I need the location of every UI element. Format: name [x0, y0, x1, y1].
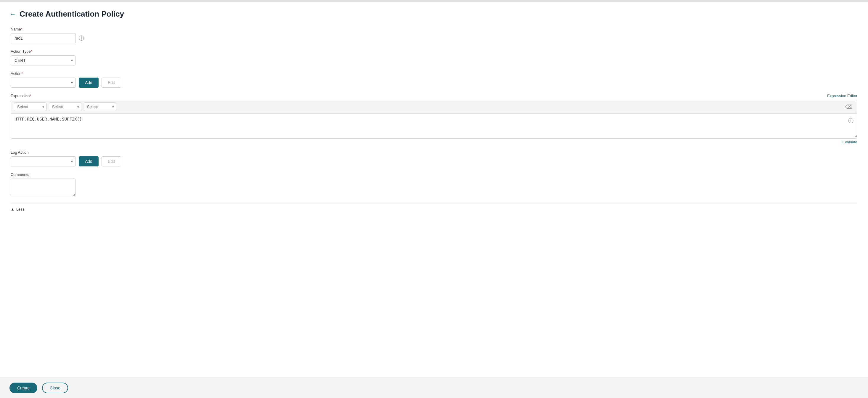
action-select[interactable] [11, 78, 76, 88]
expr-select1[interactable]: Select [14, 102, 46, 111]
page-title-row: ← Create Authentication Policy [9, 9, 859, 19]
comments-textarea[interactable] [11, 179, 76, 196]
expr-select1-wrapper: Select ▾ [14, 102, 46, 111]
log-action-edit-button[interactable]: Edit [101, 156, 121, 166]
form-section: Name* ⓘ Action Type* CERT LDAP RADIUS [9, 27, 859, 213]
comments-label: Comments [11, 172, 857, 177]
expression-clear-button[interactable]: ⌫ [843, 103, 854, 111]
action-row: ▾ Add Edit [11, 78, 857, 88]
expression-textarea[interactable]: HTTP.REQ.USER.NAME.SUFFIX() [11, 114, 857, 137]
name-input-row: ⓘ [11, 33, 857, 43]
comments-group: Comments [11, 172, 857, 197]
log-action-group: Log Action ▾ Add Edit [11, 150, 857, 166]
expr-select3[interactable]: Select [84, 102, 116, 111]
create-button[interactable]: Create [9, 382, 37, 393]
action-type-label: Action Type* [11, 49, 857, 54]
back-button[interactable]: ← [9, 11, 16, 18]
action-type-select[interactable]: CERT LDAP RADIUS LOCAL [11, 55, 76, 65]
log-action-add-button[interactable]: Add [79, 156, 99, 166]
expression-textarea-wrapper: HTTP.REQ.USER.NAME.SUFFIX() ⓘ [11, 114, 857, 138]
expression-selects-row: Select ▾ Select ▾ Select [11, 100, 857, 114]
name-input[interactable] [11, 33, 76, 43]
less-arrow-icon: ▲ [11, 207, 14, 211]
expression-editor-link[interactable]: Expression Editor [827, 94, 857, 98]
action-label: Action* [11, 71, 857, 76]
page-title: Create Authentication Policy [20, 9, 124, 19]
log-action-label: Log Action [11, 150, 857, 155]
name-info-icon[interactable]: ⓘ [79, 35, 84, 42]
name-label: Name* [11, 27, 857, 31]
expr-select3-wrapper: Select ▾ [84, 102, 116, 111]
expr-select2[interactable]: Select [49, 102, 82, 111]
action-edit-button[interactable]: Edit [101, 78, 121, 88]
close-button[interactable]: Close [42, 382, 68, 393]
expression-header: Expression* Expression Editor [11, 94, 857, 98]
evaluate-link[interactable]: Evaluate [11, 140, 857, 144]
log-action-select-wrapper: ▾ [11, 156, 76, 166]
log-action-row: ▾ Add Edit [11, 156, 857, 166]
action-group: Action* ▾ Add Edit [11, 71, 857, 88]
name-group: Name* ⓘ [11, 27, 857, 43]
expression-box: Select ▾ Select ▾ Select [11, 100, 857, 139]
expression-label: Expression* [11, 94, 31, 98]
action-add-button[interactable]: Add [79, 78, 99, 88]
expr-select2-wrapper: Select ▾ [49, 102, 82, 111]
top-bar [0, 0, 868, 2]
log-action-select[interactable] [11, 156, 76, 166]
footer-bar: Create Close [0, 377, 868, 398]
expression-group: Expression* Expression Editor Select ▾ [11, 94, 857, 144]
less-toggle[interactable]: Less [16, 207, 24, 211]
action-type-select-wrapper: CERT LDAP RADIUS LOCAL ▾ [11, 55, 76, 65]
action-select-wrapper: ▾ [11, 78, 76, 88]
expression-info-icon[interactable]: ⓘ [848, 117, 854, 124]
page-wrapper: ← Create Authentication Policy Name* ⓘ A… [0, 0, 868, 398]
content-area: ← Create Authentication Policy Name* ⓘ A… [0, 2, 868, 377]
less-row: ▲ Less [11, 203, 857, 213]
action-type-group: Action Type* CERT LDAP RADIUS LOCAL ▾ [11, 49, 857, 65]
